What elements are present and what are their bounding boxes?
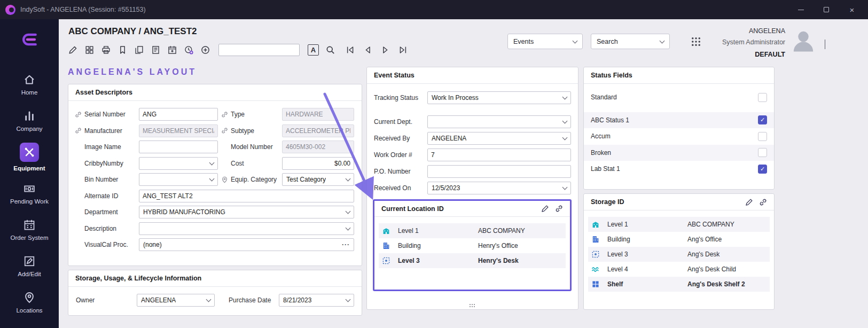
alternate-id-input[interactable] <box>139 190 354 202</box>
zone-icon <box>591 265 607 274</box>
record-navigation <box>345 45 408 56</box>
match-case-toggle[interactable]: A <box>308 44 319 56</box>
edit-location-icon[interactable] <box>541 205 549 213</box>
area-icon <box>382 256 398 265</box>
print-icon[interactable] <box>100 45 111 56</box>
link-icon[interactable] <box>219 111 230 118</box>
serial-number-input[interactable] <box>139 108 218 121</box>
sidebar-item-home[interactable]: Home <box>0 66 59 103</box>
link-icon[interactable] <box>73 111 83 118</box>
field-row: Received By ANGELENA <box>367 130 578 146</box>
sidebar-item-order-system[interactable]: Order System <box>0 212 59 248</box>
chevron-down-icon <box>562 118 568 123</box>
type-input <box>282 108 354 121</box>
chevron-down-icon <box>660 38 665 43</box>
work-order-input[interactable] <box>427 149 571 161</box>
locations-icon <box>23 291 36 304</box>
nav-last-icon[interactable] <box>397 45 408 56</box>
model-number-input <box>282 140 354 153</box>
user-menu-chevron-icon[interactable] <box>825 40 825 49</box>
sidebar-item-add-edit[interactable]: Add/Edit <box>0 248 59 284</box>
search-type-dropdown[interactable]: Search <box>591 34 670 49</box>
location-row[interactable]: Shelf Ang's Desk Shelf 2 <box>588 277 770 292</box>
search-icon[interactable] <box>325 45 335 56</box>
location-tree: Level 1 ABC COMPANY Building Henry's Off… <box>379 223 566 268</box>
location-row[interactable]: Level 3 Ang's Desk <box>588 247 770 262</box>
edit-storage-icon[interactable] <box>745 198 753 206</box>
nav-next-icon[interactable] <box>380 45 390 56</box>
received-on-select[interactable]: 12/5/2023 <box>427 182 571 194</box>
tracking-status-select[interactable]: Work In Process <box>427 91 571 104</box>
minimize-button[interactable] <box>790 2 811 18</box>
bin-number-select[interactable] <box>139 173 218 186</box>
user-avatar-icon[interactable] <box>789 27 817 55</box>
location-row[interactable]: Level 4 Ang's Desk Child <box>588 262 770 277</box>
lab-stat-1-checkbox[interactable] <box>758 165 767 174</box>
cost-input[interactable] <box>282 157 354 170</box>
subtype-input <box>282 124 354 137</box>
bookmark-icon[interactable] <box>117 45 128 56</box>
add-circle-icon[interactable] <box>200 45 210 56</box>
current-dept-select[interactable] <box>427 115 571 128</box>
location-row[interactable]: Level 3 Henry's Desk <box>379 253 566 268</box>
cribbynumby-select[interactable] <box>139 157 218 170</box>
events-dropdown[interactable]: Events <box>507 34 583 49</box>
broken-checkbox[interactable] <box>758 148 767 157</box>
location-row[interactable]: Building Henry's Office <box>379 238 566 253</box>
notes-icon[interactable] <box>150 45 161 56</box>
edit-icon[interactable] <box>67 45 78 56</box>
equipment-icon <box>23 146 36 159</box>
accum-checkbox[interactable] <box>758 132 767 141</box>
field-row: Department HYBRID MANUFACTORING <box>68 204 362 221</box>
apps-menu-icon[interactable] <box>691 36 702 48</box>
nav-previous-icon[interactable] <box>362 45 373 56</box>
field-row: Manufacturer Subtype <box>68 123 362 139</box>
link-icon[interactable] <box>73 127 83 134</box>
image-name-input[interactable] <box>139 140 218 153</box>
more-options-button[interactable]: ··· <box>342 241 350 248</box>
link-icon[interactable] <box>219 127 230 134</box>
chevron-down-icon <box>562 94 568 99</box>
resize-grip[interactable] <box>470 304 476 307</box>
sidebar-item-locations[interactable]: Locations <box>0 284 59 321</box>
breadcrumb: ABC COMPANY / ANG_TEST2 <box>68 26 197 37</box>
quick-search-input[interactable] <box>218 44 300 56</box>
window-title: IndySoft - ANGELENA (Session: #551153) <box>20 6 146 13</box>
location-row[interactable]: Level 1 ABC COMPANY <box>379 223 566 238</box>
abc-status-1-checkbox[interactable] <box>758 115 767 124</box>
po-number-input[interactable] <box>427 165 571 178</box>
field-row: P.O. Number <box>367 163 578 179</box>
department-select[interactable]: HYBRID MANUFACTORING <box>139 206 354 218</box>
owner-select[interactable]: ANGELENA <box>137 294 215 307</box>
field-row: Owner ANGELENA Purchase Date 8/21/2023 <box>68 292 362 308</box>
visualcal-proc-field[interactable]: (none)··· <box>139 238 354 251</box>
window-titlebar: IndySoft - ANGELENA (Session: #551153) × <box>0 0 868 19</box>
duplicate-icon[interactable] <box>134 45 144 56</box>
status-row: Lab Stat 1 <box>584 161 774 177</box>
link-storage-icon[interactable] <box>759 198 767 206</box>
equip-category-select[interactable]: Test Category <box>282 173 354 186</box>
maximize-button[interactable] <box>816 2 837 18</box>
chevron-down-icon <box>562 135 568 140</box>
application-window: IndySoft - ANGELENA (Session: #551153) ×… <box>0 0 868 328</box>
link-location-icon[interactable] <box>555 205 563 213</box>
description-select[interactable] <box>139 222 354 235</box>
location-row[interactable]: Building Ang's Office <box>588 232 770 247</box>
standard-checkbox[interactable] <box>758 93 767 102</box>
location-row[interactable]: Level 1 ABC COMPANY <box>588 217 770 232</box>
field-row: Bin Number Equip. Category Test Category <box>68 171 362 188</box>
chevron-down-icon <box>346 176 351 182</box>
received-by-select[interactable]: ANGELENA <box>427 132 571 145</box>
nav-first-icon[interactable] <box>345 45 355 56</box>
sidebar-item-pending-work[interactable]: Pending Work <box>0 175 59 212</box>
sidebar-item-company[interactable]: Company <box>0 103 59 139</box>
purchase-date-select[interactable]: 8/21/2023 <box>279 294 354 307</box>
calendar-add-icon[interactable] <box>167 45 177 56</box>
schedule-icon[interactable] <box>183 45 194 56</box>
sidebar-item-equipment[interactable]: Equipment <box>0 139 59 175</box>
field-row: Alternate ID <box>68 188 362 205</box>
layout-name: DEFAULT <box>702 48 785 61</box>
close-button[interactable]: × <box>841 2 863 18</box>
site-icon <box>591 220 607 229</box>
layout-icon[interactable] <box>84 45 95 56</box>
